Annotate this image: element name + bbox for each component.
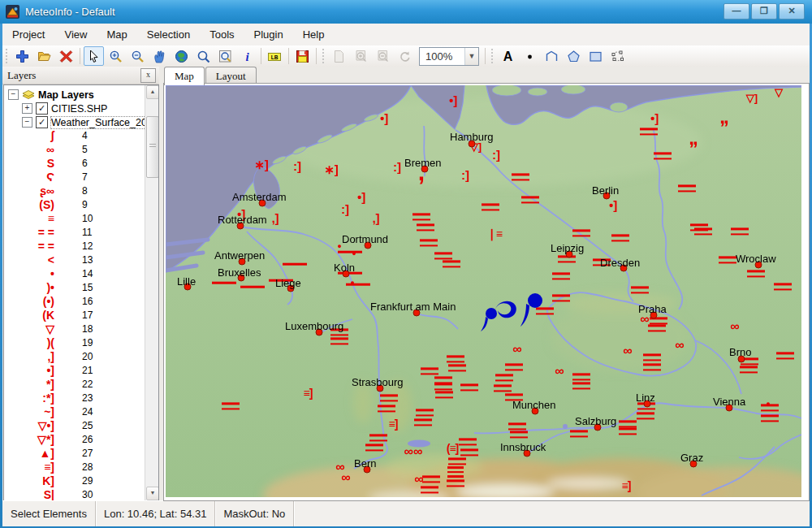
status-mode: Select Elements — [2, 501, 96, 526]
legend-item-20[interactable]: ,] 20 — [4, 350, 134, 364]
titlebar[interactable]: MeteoInfo - Default — ❐ ✕ — [0, 0, 812, 24]
toolbar-separator — [288, 48, 289, 64]
legend-item-26[interactable]: ▽*] 26 — [4, 433, 134, 447]
add-polyline-button[interactable] — [542, 46, 562, 66]
toolbar-grip — [321, 49, 326, 63]
new-layout-button[interactable] — [329, 46, 349, 66]
legend-item-27[interactable]: ▲] 27 — [4, 447, 134, 461]
add-point-button[interactable] — [520, 46, 540, 66]
page-zoom-in-button[interactable] — [351, 46, 371, 66]
page-zoom-out-button[interactable] — [373, 46, 393, 66]
legend-value: 7 — [82, 171, 88, 183]
panel-close-button[interactable]: x — [140, 68, 156, 83]
scrollbar-thumb[interactable] — [146, 116, 159, 178]
tab-map[interactable]: Map — [164, 67, 205, 85]
legend-value: 8 — [82, 185, 88, 197]
page-full-extent-button[interactable] — [395, 46, 415, 66]
tree-node-cities[interactable]: + ✓ CITIES.SHP — [22, 102, 107, 115]
city-label: Linz — [636, 392, 655, 404]
legend-item-24[interactable]: ~] 24 — [4, 405, 134, 419]
scroll-up-icon[interactable]: ▲ — [146, 85, 159, 99]
remove-layer-button[interactable] — [56, 46, 76, 66]
legend-item-30[interactable]: S| 30 — [4, 488, 134, 501]
menu-map[interactable]: Map — [97, 24, 136, 45]
collapse-icon[interactable]: − — [8, 89, 19, 100]
add-text-button[interactable]: A — [498, 46, 518, 66]
select-tool-button[interactable] — [84, 46, 104, 66]
legend-item-17[interactable]: (K 17 — [4, 309, 134, 322]
weather-symbol-icon: < — [48, 253, 54, 267]
scroll-down-icon[interactable]: ▼ — [146, 487, 159, 500]
menu-plugin[interactable]: Plugin — [244, 24, 293, 45]
menu-project[interactable]: Project — [2, 24, 54, 45]
zoom-in-button[interactable] — [106, 46, 126, 66]
legend-item-7[interactable]: Ϛ 7 — [4, 171, 134, 184]
zoom-to-layer-button[interactable] — [215, 46, 235, 66]
legend-item-28[interactable]: ≡] 28 — [4, 461, 134, 474]
label-button[interactable]: LB — [265, 46, 285, 66]
page-zoom-in-disabled-icon — [354, 50, 368, 63]
full-extent-button[interactable] — [171, 46, 192, 66]
legend-item-12[interactable]: = = 12 — [4, 240, 134, 253]
legend-item-5[interactable]: ∞ 5 — [4, 143, 134, 157]
zoom-tool-button[interactable] — [193, 46, 214, 66]
tree-scrollbar[interactable]: ▲ ▼ — [145, 85, 158, 500]
menu-help[interactable]: Help — [293, 24, 335, 45]
page-zoom-combobox[interactable]: 100%▼ — [419, 47, 479, 66]
pan-button[interactable] — [149, 46, 170, 66]
menu-view[interactable]: View — [54, 24, 97, 45]
add-polygon-button[interactable] — [564, 46, 584, 66]
menu-selection[interactable]: Selection — [137, 24, 200, 45]
zoom-out-button[interactable] — [127, 46, 148, 66]
legend-item-8[interactable]: ʂ∞ 8 — [4, 184, 134, 198]
legend-item-29[interactable]: K] 29 — [4, 474, 134, 488]
blue-comma-symbol — [520, 288, 550, 334]
weather-symbol-icon: Ϛ — [46, 171, 54, 184]
layer-checkbox[interactable]: ✓ — [36, 102, 48, 115]
map-canvas[interactable]: HamburgBremenBerlinAmsterdamRotterdamDor… — [166, 85, 801, 497]
expand-icon[interactable]: + — [22, 103, 32, 114]
legend-item-19[interactable]: )( 19 — [4, 336, 134, 350]
city-label: Amsterdam — [232, 191, 286, 203]
weather-symbol-ddb: :] — [461, 169, 469, 181]
city-label: Liege — [275, 277, 301, 289]
legend-item-16[interactable]: (•) 16 — [4, 295, 134, 309]
legend-item-15[interactable]: )• 15 — [4, 281, 134, 295]
weather-symbol-d3b: ≡] — [622, 480, 631, 491]
weather-symbol-d2 — [694, 224, 712, 238]
tree-node-label: Weather_Surface_2010- — [51, 117, 159, 128]
polygon-shape-icon — [567, 50, 581, 63]
tab-layout[interactable]: Layout — [205, 67, 257, 84]
legend-item-4[interactable]: ʃ 4 — [4, 129, 134, 143]
legend-item-9[interactable]: (S) 9 — [4, 198, 134, 212]
minimize-button[interactable]: — — [723, 3, 749, 19]
add-rectangle-button[interactable] — [585, 46, 606, 66]
tree-node-map-layers[interactable]: − Map Layers — [8, 88, 94, 102]
add-layer-icon — [15, 50, 29, 63]
legend-item-25[interactable]: ▽•] 25 — [4, 419, 134, 433]
identify-button[interactable]: i — [237, 46, 257, 66]
legend-item-10[interactable]: ≡ 10 — [4, 212, 134, 226]
save-legend-button[interactable] — [292, 46, 313, 66]
weather-symbol-d2 — [512, 170, 529, 184]
legend-item-23[interactable]: :*] 23 — [4, 392, 134, 405]
tree-node-weather-surface[interactable]: − ✓ Weather_Surface_2010- — [22, 115, 159, 129]
menu-tools[interactable]: Tools — [200, 24, 244, 45]
legend-item-14[interactable]: • 14 — [4, 267, 134, 281]
legend-item-18[interactable]: ▽ 18 — [4, 322, 134, 336]
maximize-button[interactable]: ❐ — [751, 3, 777, 19]
add-freehand-button[interactable] — [607, 46, 628, 66]
legend-value: 9 — [82, 199, 88, 210]
collapse-icon[interactable]: − — [22, 117, 32, 128]
legend-item-21[interactable]: •] 21 — [4, 364, 134, 378]
legend-item-6[interactable]: S 6 — [4, 157, 134, 171]
add-layer-button[interactable] — [12, 46, 32, 66]
open-file-button[interactable] — [34, 46, 54, 66]
legend-item-13[interactable]: < 13 — [4, 253, 134, 267]
legend-item-22[interactable]: *] 22 — [4, 378, 134, 392]
close-button[interactable]: ✕ — [779, 3, 805, 19]
layer-checkbox[interactable]: ✓ — [36, 116, 48, 128]
magnifier-box-icon — [218, 50, 232, 63]
chevron-down-icon[interactable]: ▼ — [464, 48, 478, 65]
legend-item-11[interactable]: = = 11 — [4, 226, 134, 240]
